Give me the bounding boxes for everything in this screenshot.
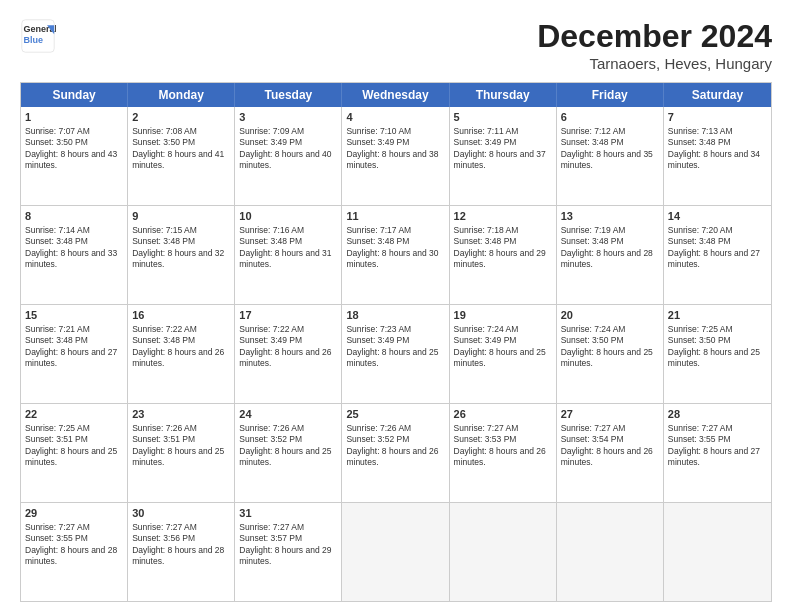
daylight: Daylight: 8 hours and 28 minutes.: [561, 248, 653, 269]
day-1: 1Sunrise: 7:07 AMSunset: 3:50 PMDaylight…: [21, 107, 128, 205]
sunset: Sunset: 3:55 PM: [668, 434, 731, 444]
day-21: 21Sunrise: 7:25 AMSunset: 3:50 PMDayligh…: [664, 305, 771, 403]
sunset: Sunset: 3:55 PM: [25, 533, 88, 543]
sunset: Sunset: 3:56 PM: [132, 533, 195, 543]
day-31: 31Sunrise: 7:27 AMSunset: 3:57 PMDayligh…: [235, 503, 342, 601]
sunrise: Sunrise: 7:16 AM: [239, 225, 304, 235]
day-number: 23: [132, 407, 230, 422]
daylight: Daylight: 8 hours and 25 minutes.: [561, 347, 653, 368]
calendar-subtitle: Tarnaoers, Heves, Hungary: [537, 55, 772, 72]
day-15: 15Sunrise: 7:21 AMSunset: 3:48 PMDayligh…: [21, 305, 128, 403]
sunset: Sunset: 3:50 PM: [25, 137, 88, 147]
daylight: Daylight: 8 hours and 25 minutes.: [454, 347, 546, 368]
daylight: Daylight: 8 hours and 32 minutes.: [132, 248, 224, 269]
sunrise: Sunrise: 7:17 AM: [346, 225, 411, 235]
day-number: 27: [561, 407, 659, 422]
sunrise: Sunrise: 7:12 AM: [561, 126, 626, 136]
header-tuesday: Tuesday: [235, 83, 342, 107]
daylight: Daylight: 8 hours and 25 minutes.: [25, 446, 117, 467]
calendar-week-5: 29Sunrise: 7:27 AMSunset: 3:55 PMDayligh…: [21, 503, 771, 601]
sunset: Sunset: 3:49 PM: [346, 335, 409, 345]
empty-cell: [557, 503, 664, 601]
day-number: 1: [25, 110, 123, 125]
day-number: 5: [454, 110, 552, 125]
day-24: 24Sunrise: 7:26 AMSunset: 3:52 PMDayligh…: [235, 404, 342, 502]
sunset: Sunset: 3:48 PM: [239, 236, 302, 246]
sunrise: Sunrise: 7:21 AM: [25, 324, 90, 334]
day-8: 8Sunrise: 7:14 AMSunset: 3:48 PMDaylight…: [21, 206, 128, 304]
daylight: Daylight: 8 hours and 35 minutes.: [561, 149, 653, 170]
sunset: Sunset: 3:57 PM: [239, 533, 302, 543]
header-saturday: Saturday: [664, 83, 771, 107]
daylight: Daylight: 8 hours and 41 minutes.: [132, 149, 224, 170]
day-22: 22Sunrise: 7:25 AMSunset: 3:51 PMDayligh…: [21, 404, 128, 502]
logo-icon: General Blue: [20, 18, 56, 54]
day-23: 23Sunrise: 7:26 AMSunset: 3:51 PMDayligh…: [128, 404, 235, 502]
calendar-page: General Blue December 2024 Tarnaoers, He…: [0, 0, 792, 612]
daylight: Daylight: 8 hours and 34 minutes.: [668, 149, 760, 170]
sunrise: Sunrise: 7:19 AM: [561, 225, 626, 235]
day-number: 20: [561, 308, 659, 323]
daylight: Daylight: 8 hours and 25 minutes.: [668, 347, 760, 368]
day-number: 9: [132, 209, 230, 224]
day-17: 17Sunrise: 7:22 AMSunset: 3:49 PMDayligh…: [235, 305, 342, 403]
sunrise: Sunrise: 7:27 AM: [454, 423, 519, 433]
sunset: Sunset: 3:48 PM: [561, 137, 624, 147]
sunrise: Sunrise: 7:26 AM: [239, 423, 304, 433]
sunset: Sunset: 3:51 PM: [132, 434, 195, 444]
sunrise: Sunrise: 7:27 AM: [561, 423, 626, 433]
sunrise: Sunrise: 7:22 AM: [239, 324, 304, 334]
sunrise: Sunrise: 7:27 AM: [239, 522, 304, 532]
sunrise: Sunrise: 7:11 AM: [454, 126, 519, 136]
day-12: 12Sunrise: 7:18 AMSunset: 3:48 PMDayligh…: [450, 206, 557, 304]
calendar-week-3: 15Sunrise: 7:21 AMSunset: 3:48 PMDayligh…: [21, 305, 771, 404]
sunrise: Sunrise: 7:27 AM: [132, 522, 197, 532]
calendar-body: 1Sunrise: 7:07 AMSunset: 3:50 PMDaylight…: [21, 107, 771, 601]
sunset: Sunset: 3:48 PM: [132, 236, 195, 246]
day-19: 19Sunrise: 7:24 AMSunset: 3:49 PMDayligh…: [450, 305, 557, 403]
sunset: Sunset: 3:48 PM: [25, 236, 88, 246]
sunset: Sunset: 3:50 PM: [132, 137, 195, 147]
day-number: 8: [25, 209, 123, 224]
day-7: 7Sunrise: 7:13 AMSunset: 3:48 PMDaylight…: [664, 107, 771, 205]
day-number: 2: [132, 110, 230, 125]
sunset: Sunset: 3:48 PM: [668, 137, 731, 147]
sunrise: Sunrise: 7:20 AM: [668, 225, 733, 235]
day-number: 22: [25, 407, 123, 422]
calendar-week-1: 1Sunrise: 7:07 AMSunset: 3:50 PMDaylight…: [21, 107, 771, 206]
daylight: Daylight: 8 hours and 40 minutes.: [239, 149, 331, 170]
day-number: 19: [454, 308, 552, 323]
sunset: Sunset: 3:48 PM: [25, 335, 88, 345]
sunrise: Sunrise: 7:23 AM: [346, 324, 411, 334]
header: General Blue December 2024 Tarnaoers, He…: [20, 18, 772, 72]
daylight: Daylight: 8 hours and 43 minutes.: [25, 149, 117, 170]
day-number: 26: [454, 407, 552, 422]
header-monday: Monday: [128, 83, 235, 107]
sunrise: Sunrise: 7:10 AM: [346, 126, 411, 136]
daylight: Daylight: 8 hours and 25 minutes.: [239, 446, 331, 467]
calendar: Sunday Monday Tuesday Wednesday Thursday…: [20, 82, 772, 602]
day-28: 28Sunrise: 7:27 AMSunset: 3:55 PMDayligh…: [664, 404, 771, 502]
sunrise: Sunrise: 7:14 AM: [25, 225, 90, 235]
sunrise: Sunrise: 7:13 AM: [668, 126, 733, 136]
day-2: 2Sunrise: 7:08 AMSunset: 3:50 PMDaylight…: [128, 107, 235, 205]
day-9: 9Sunrise: 7:15 AMSunset: 3:48 PMDaylight…: [128, 206, 235, 304]
day-number: 25: [346, 407, 444, 422]
day-20: 20Sunrise: 7:24 AMSunset: 3:50 PMDayligh…: [557, 305, 664, 403]
day-number: 16: [132, 308, 230, 323]
day-number: 13: [561, 209, 659, 224]
daylight: Daylight: 8 hours and 26 minutes.: [239, 347, 331, 368]
empty-cell: [664, 503, 771, 601]
daylight: Daylight: 8 hours and 25 minutes.: [346, 347, 438, 368]
daylight: Daylight: 8 hours and 27 minutes.: [668, 446, 760, 467]
sunset: Sunset: 3:51 PM: [25, 434, 88, 444]
day-number: 4: [346, 110, 444, 125]
calendar-week-2: 8Sunrise: 7:14 AMSunset: 3:48 PMDaylight…: [21, 206, 771, 305]
day-number: 24: [239, 407, 337, 422]
daylight: Daylight: 8 hours and 26 minutes.: [132, 347, 224, 368]
daylight: Daylight: 8 hours and 37 minutes.: [454, 149, 546, 170]
empty-cell: [450, 503, 557, 601]
sunrise: Sunrise: 7:25 AM: [668, 324, 733, 334]
sunrise: Sunrise: 7:25 AM: [25, 423, 90, 433]
day-number: 18: [346, 308, 444, 323]
